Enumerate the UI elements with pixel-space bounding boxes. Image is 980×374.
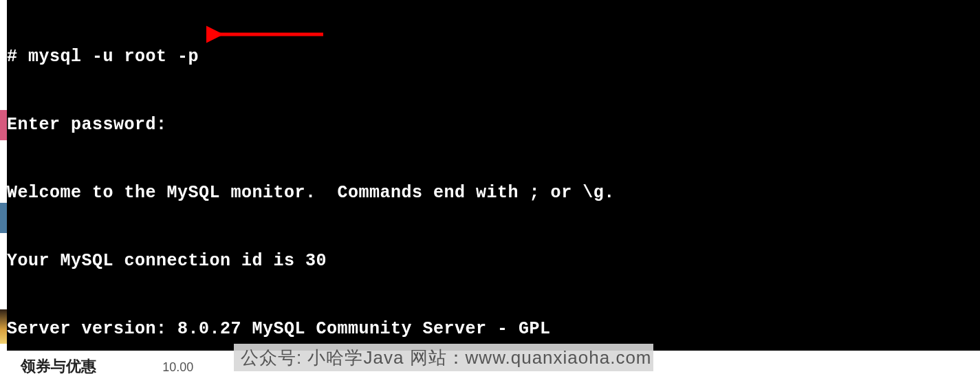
watermark-label: 公众号: 小哈学Java 网站：www.quanxiaoha.com — [234, 344, 653, 371]
terminal-window[interactable]: # mysql -u root -p Enter password: Welco… — [7, 0, 980, 351]
terminal-line: Enter password: — [7, 113, 980, 136]
side-marker-gold — [0, 309, 7, 344]
page-fragment-below: 领券与优惠 10.00 — [21, 356, 193, 374]
terminal-line: # mysql -u root -p — [7, 45, 980, 68]
side-marker-pink — [0, 110, 7, 140]
terminal-line: Server version: 8.0.27 MySQL Community S… — [7, 318, 980, 340]
terminal-line: Welcome to the MySQL monitor. Commands e… — [7, 182, 980, 204]
below-time: 10.00 — [162, 360, 193, 374]
left-color-strip — [0, 0, 7, 351]
side-marker-blue — [0, 203, 7, 233]
terminal-line: Your MySQL connection id is 30 — [7, 250, 980, 272]
below-text: 领券与优惠 — [21, 358, 96, 374]
